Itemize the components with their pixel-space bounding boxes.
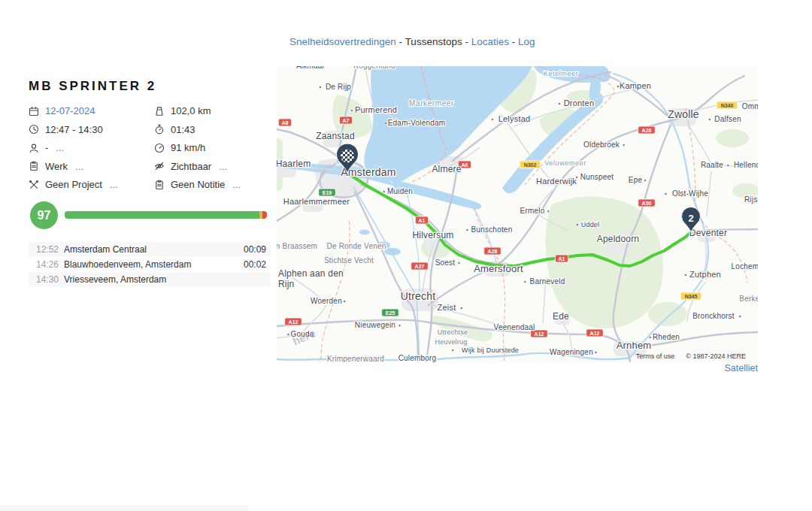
place-label-raalte: Raalte: [701, 161, 723, 169]
bar-segment-green: [65, 211, 259, 219]
stopwatch-icon: [154, 124, 165, 135]
nav-separator: -: [396, 36, 405, 47]
stops-list: 12:52Amsterdam Centraal00:0914:26Blauwho…: [29, 242, 271, 287]
svg-text:E19: E19: [323, 190, 332, 195]
category-field: Werk...: [29, 161, 154, 172]
nav-separator: -: [509, 36, 518, 47]
distance-value: 102,0 km: [171, 105, 211, 116]
trip-tabs-nav: Snelheidsovertredingen - Tussenstops - L…: [289, 36, 535, 47]
place-label-woerden: Woerden: [311, 297, 342, 305]
place-label-hellendoorn: Hellendoorn: [734, 161, 758, 169]
road-badge-A8: A8: [278, 119, 291, 126]
stop-time: 12:52: [29, 244, 64, 255]
map[interactable]: A8A7A6E19A1A27A28E25A12A1A12A12A28A50N30…: [277, 66, 758, 362]
svg-text:N345: N345: [685, 294, 698, 299]
speedometer-icon: [154, 143, 165, 153]
road-badge-A12: A12: [586, 329, 604, 337]
place-label-nunspeet: Nunspeet: [580, 173, 614, 181]
clock-icon: [29, 124, 39, 135]
place-label-rijn: Rijn: [278, 279, 294, 289]
visibility-field: Zichtbaar...: [154, 161, 277, 172]
nav-item-log[interactable]: Log: [518, 36, 535, 47]
svg-text:A50: A50: [642, 201, 652, 206]
road-badge-E25: E25: [382, 309, 399, 316]
stop-loc: Amsterdam Centraal: [64, 244, 241, 255]
road-badge-A50: A50: [638, 199, 656, 207]
map-canvas[interactable]: A8A7A6E19A1A27A28E25A12A1A12A12A28A50N30…: [277, 66, 758, 362]
place-label-harderwijk: Harderwijk: [536, 177, 577, 186]
driver-edit-link[interactable]: ...: [56, 142, 64, 153]
duration-value: 01:43: [171, 124, 195, 135]
place-label-alphen-aan-den: Alphen aan den: [278, 268, 344, 279]
stop-dur: 00:09: [241, 244, 271, 255]
stop-row[interactable]: 14:26Blauwhoedenveem, Amsterdam00:02: [29, 257, 271, 272]
place-label-berkelland: Berkelland: [739, 295, 758, 303]
place-label-muiden: Muiden: [387, 187, 413, 195]
category-value: Werk: [45, 161, 68, 172]
place-label-zeist: Zeist: [438, 303, 456, 312]
driver-value: -: [45, 142, 48, 153]
place-label-rheden: Rheden: [653, 333, 680, 341]
place-label-nieuwegein: Nieuwegein: [355, 321, 395, 329]
place-label-dalfsen: Dalfsen: [714, 115, 741, 123]
time-range-value: 12:47 - 14:30: [45, 124, 103, 135]
place-label-veenendaal: Veenendaal: [494, 323, 535, 331]
satellite-toggle[interactable]: Satelliet: [725, 363, 758, 373]
svg-text:A1: A1: [419, 218, 426, 223]
place-label-uddel: Uddel: [581, 221, 600, 228]
stop-loc: Vriesseveem, Amsterdam: [64, 274, 241, 285]
place-label-dronten: Dronten: [564, 98, 595, 107]
place-label-oldebroek: Oldebroek: [583, 141, 620, 149]
max-speed-value: 91 km/h: [171, 142, 205, 153]
note-field: Geen Notitie...: [154, 179, 277, 190]
place-label-soest: Soest: [435, 259, 456, 267]
svg-text:N302: N302: [524, 162, 537, 168]
water-label-ketelmeer: Ketelmeer: [544, 70, 578, 77]
date-field: 12-07-2024: [29, 105, 154, 116]
stop-row[interactable]: 14:30Vriesseveem, Amsterdam: [29, 272, 271, 287]
bottom-strip: [0, 505, 248, 511]
time-range-field: 12:47 - 14:30: [29, 124, 154, 135]
place-label-koggenland: Koggenland: [353, 66, 395, 70]
nav-item-snelheidsovertredingen[interactable]: Snelheidsovertredingen: [289, 36, 396, 47]
place-label-haarlem: Haarlem: [277, 159, 311, 169]
stop-row[interactable]: 12:52Amsterdam Centraal00:09: [29, 242, 271, 257]
place-label-epe: Epe: [629, 176, 643, 184]
score-badge: 97: [30, 201, 58, 229]
place-label-kaag-en-braassem: Kaag en Braassem: [277, 242, 317, 250]
svg-text:A7: A7: [343, 118, 350, 123]
place-label-barneveld: Barneveld: [530, 277, 565, 286]
nav-item-locaties[interactable]: Locaties: [471, 36, 509, 47]
nav-item-tussenstops: Tussenstops: [405, 36, 462, 47]
page-title: MB SPRINTER 2: [29, 79, 156, 94]
place-label-rijssen: Rijssen: [744, 195, 758, 204]
max-speed-field: 91 km/h: [154, 142, 277, 153]
place-label-lelystad: Lelystad: [498, 114, 531, 123]
place-label-hilversum: Hilversum: [412, 230, 453, 240]
road-badge-N302: N302: [520, 161, 541, 168]
visibility-edit-link[interactable]: ...: [219, 161, 227, 172]
svg-text:E25: E25: [386, 310, 395, 316]
water-label-veluwemeer: Veluwemeer: [544, 159, 586, 167]
note-value: Geen Notitie: [171, 179, 225, 190]
road-badge-E19: E19: [319, 189, 336, 196]
note-icon: [154, 180, 165, 190]
date-link[interactable]: 12-07-2024: [45, 105, 95, 116]
place-label-wageningen: Wageningen: [550, 348, 593, 356]
place-label-haarlemmermeer: Haarlemmermeer: [283, 197, 350, 206]
place-label-zaanstad: Zaanstad: [316, 131, 355, 141]
svg-text:A27: A27: [415, 264, 425, 269]
category-edit-link[interactable]: ...: [75, 161, 83, 172]
note-icon: [29, 161, 39, 171]
place-label-zutphen: Zutphen: [689, 270, 721, 279]
place-label-utrecht: Utrecht: [401, 290, 436, 302]
place-label-utrechtse: Utrechtse: [438, 328, 468, 336]
bar-segment-red: [262, 211, 267, 219]
note-edit-link[interactable]: ...: [232, 179, 241, 190]
road-badge-N340: N340: [717, 101, 738, 109]
road-badge-A1: A1: [415, 216, 428, 224]
project-edit-link[interactable]: ...: [110, 179, 118, 190]
distance-field: 102,0 km: [154, 105, 277, 116]
terms-of-use-link[interactable]: Terms of use: [636, 352, 675, 360]
eye-slash-icon: [154, 161, 165, 171]
